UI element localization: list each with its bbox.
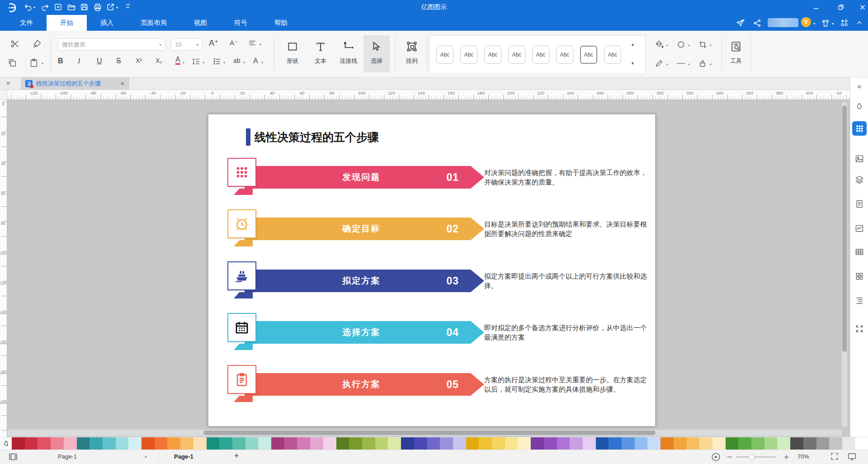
horizontal-ruler[interactable]: -120-100-80-60-40-2002040608010012014016… [7, 90, 850, 100]
text-style-caret-icon[interactable]: ▾ [261, 61, 263, 65]
presentation-play-icon[interactable] [711, 452, 721, 462]
color-swatch[interactable] [142, 437, 155, 450]
color-swatch[interactable] [167, 437, 180, 450]
color-swatch[interactable] [842, 437, 855, 450]
maximize-button[interactable] [834, 2, 848, 13]
minimize-button[interactable] [809, 2, 823, 13]
page-select-value[interactable]: Page-1 [58, 453, 77, 460]
copy-icon[interactable] [7, 58, 17, 68]
apps-grid-icon[interactable] [840, 19, 849, 27]
char-spacing-button[interactable]: ab [233, 57, 241, 64]
color-swatch[interactable] [388, 437, 401, 450]
color-swatch[interactable] [323, 437, 336, 450]
style-chip[interactable]: Abc [604, 46, 621, 64]
strikethrough-button[interactable]: S [116, 57, 121, 65]
style-chip[interactable]: Abc [580, 46, 597, 64]
color-swatch[interactable] [375, 437, 388, 450]
image-icon[interactable] [854, 153, 865, 164]
text-style-button[interactable]: A [253, 57, 258, 65]
color-swatch[interactable] [855, 437, 868, 450]
color-swatch[interactable] [531, 437, 544, 450]
color-swatch[interactable] [544, 437, 557, 450]
color-swatch[interactable] [116, 437, 129, 450]
color-swatch[interactable] [128, 437, 142, 450]
vip-badge-icon[interactable]: V [801, 17, 811, 27]
share-icon[interactable] [753, 19, 762, 28]
style-chip[interactable]: Abc [460, 46, 477, 64]
color-swatch[interactable] [207, 437, 220, 450]
tab-overflow-icon[interactable]: » [6, 79, 10, 86]
color-swatch[interactable] [647, 437, 660, 450]
color-swatch[interactable] [25, 437, 38, 450]
chart-icon[interactable] [854, 223, 865, 234]
menu-tab[interactable]: 符号 [221, 15, 261, 31]
crop-icon[interactable] [698, 40, 708, 49]
menu-tab[interactable]: 页面布局 [127, 15, 180, 31]
color-swatch[interactable] [401, 437, 414, 450]
pen-caret-icon[interactable]: ▾ [666, 62, 668, 66]
color-swatch[interactable] [687, 437, 700, 450]
color-swatch[interactable] [440, 437, 453, 450]
document-tab[interactable]: Ǝ 线性决策过程的五个步骤 ✕ [21, 77, 129, 90]
style-chip[interactable]: Abc [508, 46, 525, 64]
font-size-select[interactable]: 10▾ [171, 38, 203, 51]
select-tool[interactable]: 选择 [363, 35, 390, 72]
color-swatch[interactable] [622, 437, 635, 450]
italic-button[interactable]: I [78, 57, 80, 65]
font-color-caret-icon[interactable]: ▾ [183, 61, 184, 65]
color-swatch[interactable] [219, 437, 232, 450]
fill-bucket-icon[interactable] [655, 40, 664, 49]
color-swatch[interactable] [712, 437, 726, 450]
menu-tab[interactable]: 开始 [47, 15, 87, 31]
color-swatch[interactable] [777, 437, 790, 450]
style-chip[interactable]: Abc [556, 46, 573, 64]
page-select-caret-icon[interactable]: ▾ [145, 455, 147, 459]
color-swatch[interactable] [427, 437, 440, 450]
shape-tool[interactable]: 形状 [279, 35, 306, 72]
bullet-list-icon[interactable] [212, 57, 222, 66]
step-banner[interactable]: 确定目标 02 [245, 218, 471, 240]
color-swatch[interactable] [310, 437, 323, 450]
color-swatch[interactable] [155, 437, 168, 450]
zoom-slider-thumb[interactable] [749, 454, 755, 460]
step-icon-box[interactable] [227, 365, 256, 394]
no-fill-icon[interactable] [0, 437, 12, 450]
decrease-font-button[interactable]: A⁻ [230, 39, 238, 47]
color-swatch[interactable] [803, 437, 816, 450]
collapse-ribbon-icon[interactable] [855, 19, 863, 27]
text-tool[interactable]: 文本 [307, 35, 334, 72]
vip-caret-icon[interactable]: ▾ [813, 22, 815, 26]
step-banner[interactable]: 选择方案 04 [245, 321, 471, 344]
paste-icon[interactable] [29, 58, 39, 68]
zoom-slider[interactable] [736, 456, 776, 458]
color-swatch[interactable] [790, 437, 803, 450]
step-icon-box[interactable] [227, 261, 256, 290]
color-swatch[interactable] [349, 437, 362, 450]
arrange-tool[interactable]: 排列 [399, 35, 425, 72]
account-name-blurred[interactable] [768, 18, 798, 27]
color-swatch[interactable] [38, 437, 51, 450]
page-tab[interactable]: Page-1 [174, 453, 193, 460]
theme-tshirt-icon[interactable] [821, 19, 830, 28]
color-swatch[interactable] [479, 437, 492, 450]
color-swatch[interactable] [103, 437, 116, 450]
lock-icon[interactable] [698, 59, 707, 68]
close-button[interactable] [856, 2, 868, 13]
theme-caret-icon[interactable]: ▾ [832, 22, 834, 26]
horizontal-scrollbar[interactable] [7, 430, 842, 436]
color-swatch[interactable] [232, 437, 245, 450]
add-page-button[interactable]: + [234, 451, 239, 461]
color-swatch[interactable] [193, 437, 207, 450]
cut-icon[interactable] [10, 39, 20, 49]
line-spacing-caret-icon[interactable]: ▾ [203, 61, 204, 65]
color-swatch[interactable] [674, 437, 687, 450]
bullet-list-caret-icon[interactable]: ▾ [223, 61, 225, 65]
zoom-out-icon[interactable] [726, 454, 733, 460]
fill-style-icon[interactable] [854, 101, 865, 112]
style-chip[interactable]: Abc [436, 46, 453, 64]
color-swatch[interactable] [466, 437, 479, 450]
font-color-button[interactable]: A [175, 56, 180, 65]
collapse-panel-icon[interactable]: « [854, 81, 865, 92]
color-swatch[interactable] [816, 437, 830, 450]
color-swatch[interactable] [51, 437, 64, 450]
